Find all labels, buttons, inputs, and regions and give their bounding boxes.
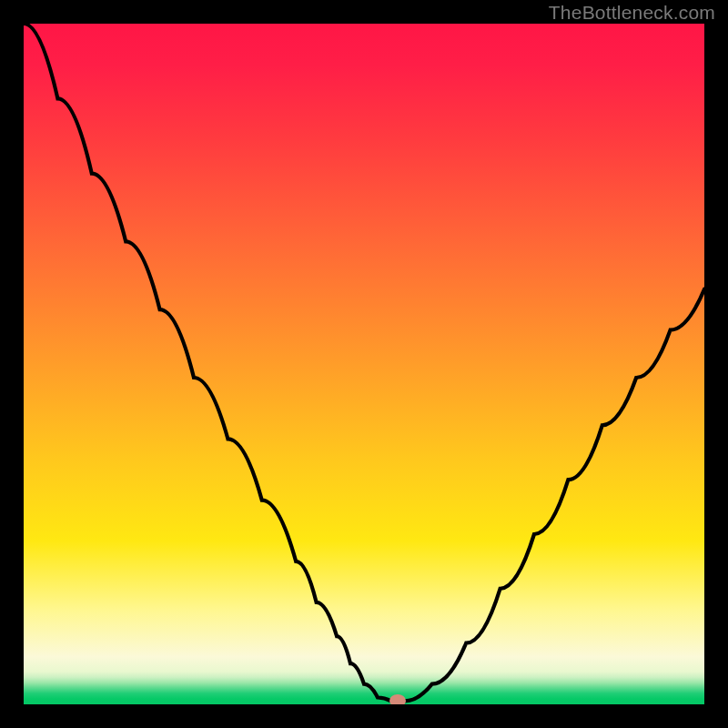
- optimal-point-marker: [389, 694, 406, 704]
- chart-frame: TheBottleneck.com: [0, 0, 728, 728]
- watermark-text: TheBottleneck.com: [549, 2, 715, 24]
- bottleneck-curve: [24, 24, 704, 704]
- plot-area: [24, 24, 704, 704]
